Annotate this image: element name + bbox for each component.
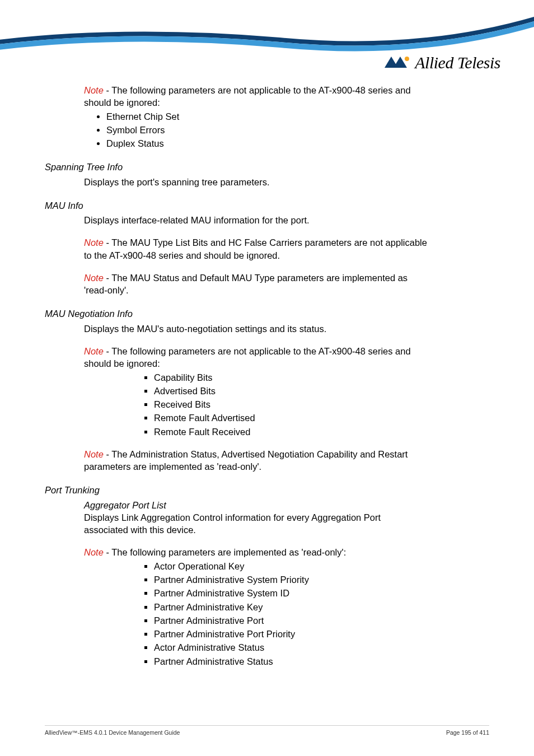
note-label: Note (84, 346, 104, 356)
list-item: Partner Administrative System ID (154, 587, 489, 599)
list-item: Advertised Bits (154, 385, 489, 397)
note-text-line2: parameters are implemented as 'read-only… (84, 460, 489, 473)
note-text: - The Administration Status, Advertised … (104, 449, 408, 459)
list-item: Partner Administrative Key (154, 601, 489, 613)
note-text-line2: to the AT-x900-48 series and should be i… (84, 249, 489, 262)
footer-doc-title: AlliedView™-EMS 4.0.1 Device Management … (45, 729, 180, 736)
bullet-list: Ethernet Chip Set Symbol Errors Duplex S… (45, 110, 489, 150)
bullet-list: Capability Bits Advertised Bits Received… (45, 371, 489, 438)
list-item: Partner Administrative Port Priority (154, 628, 489, 640)
list-item: Partner Administrative Port (154, 614, 489, 627)
note-text-line2: should be ignored: (84, 357, 489, 370)
body-text: Displays the port's spanning tree parame… (84, 176, 489, 188)
list-item: Capability Bits (154, 371, 489, 384)
page-footer: AlliedView™-EMS 4.0.1 Device Management … (45, 725, 489, 736)
subheading-aggregator-port-list: Aggregator Port List (84, 499, 489, 511)
section-heading-port-trunking: Port Trunking (45, 484, 489, 496)
list-item: Actor Administrative Status (154, 641, 489, 654)
section-heading-mau-negotiation: MAU Negotiation Info (45, 307, 489, 320)
svg-point-0 (405, 57, 409, 61)
brand-logo: Allied Telesis (383, 53, 500, 72)
note-text-line2: 'read-only'. (84, 284, 489, 296)
list-item: Duplex Status (106, 137, 489, 150)
note-paragraph: Note - The following parameters are not … (84, 84, 489, 96)
note-text: - The following parameters are implement… (104, 547, 346, 557)
list-item: Received Bits (154, 398, 489, 410)
note-paragraph: Note - The MAU Type List Bits and HC Fal… (84, 236, 489, 249)
note-text: - The MAU Status and Default MAU Type pa… (104, 273, 407, 283)
list-item: Partner Administrative Status (154, 655, 489, 668)
brand-name: Allied Telesis (415, 53, 500, 72)
note-paragraph: Note - The following parameters are not … (84, 345, 489, 357)
note-text: - The following parameters are not appli… (104, 85, 411, 95)
note-label: Note (84, 547, 104, 557)
list-item: Remote Fault Received (154, 426, 489, 438)
list-item: Ethernet Chip Set (106, 110, 489, 123)
body-text: Displays interface-related MAU informati… (84, 214, 489, 226)
note-paragraph: Note - The Administration Status, Advert… (84, 448, 489, 460)
body-text: associated with this device. (84, 524, 489, 536)
list-item: Remote Fault Advertised (154, 412, 489, 424)
list-item: Actor Operational Key (154, 560, 489, 572)
note-text: - The MAU Type List Bits and HC False Ca… (104, 237, 427, 248)
logo-mark-icon (383, 54, 410, 71)
note-text-line2: should be ignored: (84, 96, 489, 109)
list-item: Partner Administrative System Priority (154, 573, 489, 586)
note-label: Note (84, 85, 104, 95)
note-label: Note (84, 237, 104, 248)
section-heading-mau-info: MAU Info (45, 199, 489, 212)
note-paragraph: Note - The MAU Status and Default MAU Ty… (84, 272, 489, 284)
body-text: Displays Link Aggregation Control inform… (84, 511, 489, 524)
note-paragraph: Note - The following parameters are impl… (84, 546, 489, 558)
note-text: - The following parameters are not appli… (104, 346, 411, 356)
list-item: Symbol Errors (106, 124, 489, 136)
body-text: Displays the MAU's auto-negotiation sett… (84, 323, 489, 335)
page-content: Note - The following parameters are not … (45, 84, 489, 669)
footer-page-number: Page 195 of 411 (446, 729, 489, 736)
bullet-list: Actor Operational Key Partner Administra… (45, 560, 489, 668)
note-label: Note (84, 273, 104, 283)
section-heading-spanning-tree: Spanning Tree Info (45, 161, 489, 173)
note-label: Note (84, 449, 104, 459)
